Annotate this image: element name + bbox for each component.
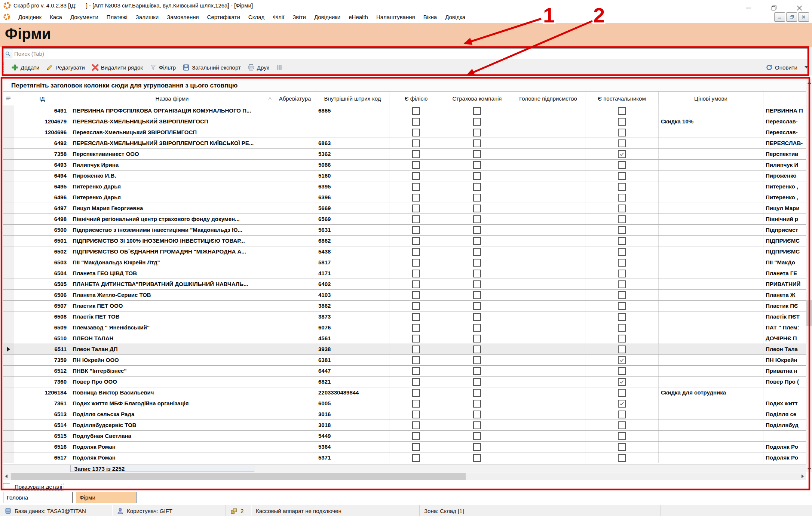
supplier-checkbox-checked[interactable] <box>618 150 626 158</box>
branch-checkbox[interactable] <box>412 378 420 386</box>
insurance-checkbox[interactable] <box>473 421 481 429</box>
vertical-scrollbar[interactable] <box>806 79 812 472</box>
table-row[interactable]: 6503ПІІ "МакДональдз Юкрейн Лтд"5817ПІІ … <box>3 257 806 268</box>
table-row[interactable]: 6510ПЛЕОН ТАЛАН4561ДОЧІРНЄ П <box>3 333 806 344</box>
insurance-checkbox[interactable] <box>473 107 481 115</box>
show-details-label[interactable]: Показувати деталі <box>13 483 64 491</box>
table-row[interactable]: 6514Поділлябудсервіс ТОВ3018Поділлябуд <box>3 420 806 431</box>
table-row[interactable]: 6491ПЕРВИННА ПРОФСПІЛКОВА ОРГАНІЗАЦІЯ КО… <box>3 105 806 116</box>
supplier-checkbox[interactable] <box>618 215 626 223</box>
menu-item-4[interactable]: Платежі <box>102 12 132 22</box>
branch-checkbox[interactable] <box>412 215 420 223</box>
insurance-checkbox[interactable] <box>473 432 481 440</box>
table-row[interactable]: 6500Підприємство з іноземними інвестиція… <box>3 225 806 236</box>
search-input[interactable]: Поиск (Tab) <box>2 48 808 59</box>
supplier-checkbox[interactable] <box>618 205 626 212</box>
branch-checkbox[interactable] <box>412 280 420 288</box>
supplier-checkbox[interactable] <box>618 302 626 310</box>
branch-checkbox[interactable] <box>412 313 420 321</box>
supplier-checkbox[interactable] <box>618 194 626 202</box>
branch-checkbox[interactable] <box>412 118 420 126</box>
menu-item-7[interactable]: Сертифікати <box>203 12 244 22</box>
menu-item-8[interactable]: Склад <box>244 12 269 22</box>
tab-firmy[interactable]: Фірми <box>76 492 137 503</box>
insurance-checkbox[interactable] <box>473 443 481 451</box>
table-row[interactable]: 6505ПЛАНЕТА ДИТИНСТВА"ПРИВАТНИЙ ДОШКІЛЬН… <box>3 279 806 290</box>
mdi-restore-button[interactable] <box>786 12 797 22</box>
insurance-checkbox[interactable] <box>473 226 481 234</box>
table-row[interactable]: 6516Подоляк Роман5364Подоляк Ро <box>3 442 806 452</box>
menu-item-3[interactable]: Документи <box>66 12 102 22</box>
insurance-checkbox[interactable] <box>473 183 481 191</box>
toolbar-button-2[interactable]: Редагувати <box>43 62 88 73</box>
supplier-checkbox-checked[interactable] <box>618 378 626 386</box>
column-header-main[interactable]: Головне підприємство <box>511 92 585 105</box>
table-row[interactable]: 6504Планета ГЕО ЦІВД ТОВ4171Планета ГЕ <box>3 268 806 279</box>
refresh-dropdown-icon[interactable] <box>805 66 808 68</box>
branch-checkbox[interactable] <box>412 183 420 191</box>
insurance-checkbox[interactable] <box>473 215 481 223</box>
column-header-branch[interactable]: Є філією <box>389 92 443 105</box>
branch-checkbox[interactable] <box>412 226 420 234</box>
scroll-down-button[interactable] <box>806 466 812 472</box>
insurance-checkbox[interactable] <box>473 454 481 462</box>
branch-checkbox[interactable] <box>412 161 420 169</box>
branch-checkbox[interactable] <box>412 302 420 310</box>
table-row[interactable]: 6512ПНВК "Інтербізнес"6447Приватна н <box>3 366 806 377</box>
branch-checkbox[interactable] <box>412 345 420 353</box>
branch-checkbox[interactable] <box>412 443 420 451</box>
scroll-left-button[interactable] <box>3 473 10 480</box>
table-row[interactable]: 6493Пилипчук Ирина5086Пилипчук И <box>3 160 806 171</box>
insurance-checkbox[interactable] <box>473 367 481 375</box>
menu-item-14[interactable]: Вікна <box>419 12 441 22</box>
table-row[interactable]: 1204679ПЕРЕЯСЛАВ-ХМЕЛЬНИЦЬКИЙ ЗВІРОПЛЕМГ… <box>3 116 806 127</box>
mdi-minimize-button[interactable] <box>774 12 785 22</box>
show-details-checkbox[interactable] <box>3 483 10 490</box>
column-header-insurance[interactable]: Страхова компанія <box>443 92 511 105</box>
supplier-checkbox[interactable] <box>618 313 626 321</box>
horizontal-scrollbar[interactable] <box>3 473 806 480</box>
supplier-checkbox[interactable] <box>618 345 626 353</box>
insurance-checkbox[interactable] <box>473 172 481 180</box>
insurance-checkbox[interactable] <box>473 324 481 332</box>
branch-checkbox[interactable] <box>412 205 420 212</box>
column-header-barcode[interactable]: Внутрішній штрих-код <box>316 92 389 105</box>
toolbar-button-4[interactable]: Фільтр <box>146 62 179 73</box>
insurance-checkbox[interactable] <box>473 356 481 364</box>
insurance-checkbox[interactable] <box>473 389 481 397</box>
menu-item-1[interactable]: Довідник <box>14 12 46 22</box>
branch-checkbox[interactable] <box>412 237 420 245</box>
insurance-checkbox[interactable] <box>473 161 481 169</box>
branch-checkbox[interactable] <box>412 129 420 136</box>
supplier-checkbox[interactable] <box>618 432 626 440</box>
menu-item-12[interactable]: eHealth <box>344 12 372 22</box>
insurance-checkbox[interactable] <box>473 139 481 147</box>
table-row[interactable]: 6496Питеренко Дарья6396Питеренко , <box>3 192 806 203</box>
branch-checkbox[interactable] <box>412 454 420 462</box>
menu-item-13[interactable]: Налаштування <box>372 12 419 22</box>
column-header-supplier[interactable]: Є постачальником <box>585 92 659 105</box>
branch-checkbox[interactable] <box>412 335 420 343</box>
branch-checkbox[interactable] <box>412 324 420 332</box>
branch-checkbox[interactable] <box>412 194 420 202</box>
insurance-checkbox[interactable] <box>473 259 481 267</box>
supplier-checkbox[interactable] <box>618 129 626 136</box>
menu-item-15[interactable]: Довідка <box>441 12 469 22</box>
branch-checkbox[interactable] <box>412 259 420 267</box>
supplier-checkbox[interactable] <box>618 107 626 115</box>
column-header-id[interactable]: ІД <box>14 92 70 105</box>
table-row[interactable]: 1204696Переяслав-Хмельницький ЗВІРОПЛЕМГ… <box>3 127 806 138</box>
supplier-checkbox[interactable] <box>618 248 626 256</box>
column-header-name2[interactable] <box>763 92 806 105</box>
table-row[interactable]: 7360Повер Про ООО6821Повер Про ( <box>3 377 806 387</box>
supplier-checkbox[interactable] <box>618 454 626 462</box>
table-row[interactable]: 6501ПІДПРИЄМСТВО ЗІ 100% ІНОЗЕМНОЮ ІНВЕС… <box>3 236 806 246</box>
table-row[interactable]: 6508Пластік ПЕТ ТОВ3873Пластік ПЄТ <box>3 311 806 322</box>
branch-checkbox[interactable] <box>412 139 420 147</box>
menu-item-2[interactable]: Каса <box>46 12 66 22</box>
tab-holovna[interactable]: Головна <box>3 492 73 503</box>
group-by-bar[interactable]: Перетягніть заголовок колонки сюди для у… <box>3 79 806 92</box>
table-row[interactable]: 6494Пироженко И.В.5160Пироженко <box>3 171 806 181</box>
menu-item-9[interactable]: Філії <box>269 12 288 22</box>
supplier-checkbox[interactable] <box>618 411 626 418</box>
